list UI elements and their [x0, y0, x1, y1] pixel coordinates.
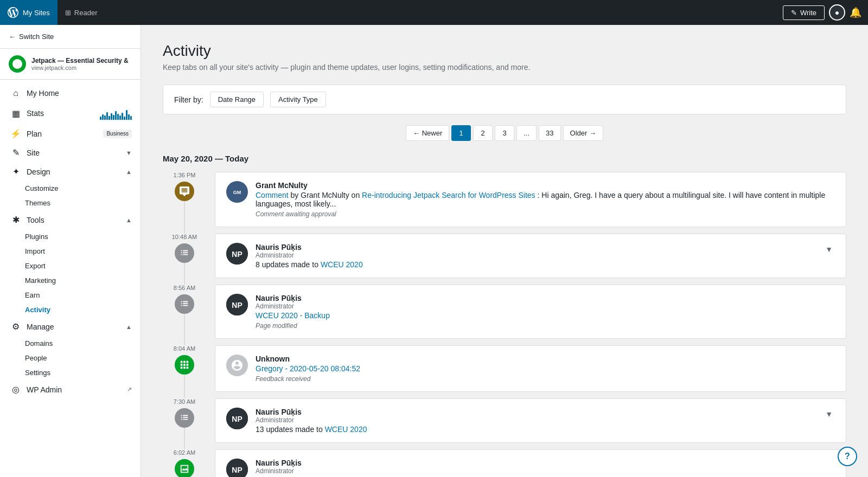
- sidebar-item-earn[interactable]: Earn: [25, 288, 141, 302]
- activity-user-name: Unknown: [256, 354, 835, 363]
- activity-icon-comment: [175, 182, 194, 201]
- image-icon: [180, 464, 189, 474]
- comment-icon: [180, 186, 189, 196]
- activity-body: Grant McNulty Comment by Grant McNulty o…: [256, 181, 835, 218]
- activity-user-name: Nauris Pūķis: [256, 408, 815, 416]
- timeline-connector: [184, 375, 185, 398]
- avatar-img: NP: [226, 294, 248, 315]
- sidebar-item-label: Stats: [27, 109, 44, 118]
- activity-time: 1:36 PM: [174, 172, 196, 178]
- help-button[interactable]: ?: [838, 447, 857, 466]
- newer-page-button[interactable]: ← Newer: [406, 125, 449, 141]
- timeline-item: 10:48 AM NP: [163, 234, 846, 285]
- user-avatar-gm: GM: [226, 181, 248, 203]
- sidebar-item-themes[interactable]: Themes: [25, 196, 141, 210]
- expand-activity-button[interactable]: ▼: [823, 243, 835, 256]
- expand-activity-button[interactable]: ▼: [823, 408, 835, 421]
- manage-submenu: Domains People Settings: [0, 336, 141, 380]
- date-group: May 20, 2020 — Today 1:36 PM: [163, 154, 846, 477]
- sidebar-item-wp-admin[interactable]: ◎ WP Admin ↗: [0, 380, 141, 399]
- activity-icon-list: [175, 243, 194, 263]
- svg-text:NP: NP: [232, 250, 242, 259]
- older-page-button[interactable]: Older →: [563, 125, 603, 141]
- sidebar-item-plugins[interactable]: Plugins: [25, 229, 141, 244]
- sidebar-item-tools[interactable]: ✱ Tools ▲: [0, 210, 141, 229]
- activity-icon-list: [175, 294, 194, 314]
- design-submenu: Customize Themes: [0, 181, 141, 210]
- activity-content-link[interactable]: WCEU 2020 - Backup: [256, 311, 330, 320]
- timeline-left: 1:36 PM: [163, 172, 206, 234]
- activity-time: 7:30 AM: [174, 398, 195, 405]
- sidebar-navigation: ⌂ My Home ▦ Stats: [0, 80, 141, 403]
- sidebar-item-settings[interactable]: Settings: [25, 365, 141, 380]
- site-nav-icon: ✎: [10, 147, 21, 158]
- timeline-content: Unknown Gregory - 2020-05-20 08:04:52 Fe…: [206, 345, 846, 398]
- reader-nav-item[interactable]: ⊞ Reader: [58, 0, 105, 25]
- activity-type-filter-button[interactable]: Activity Type: [270, 92, 326, 107]
- chevron-up-icon: ▲: [126, 169, 132, 175]
- chevron-down-icon: ▼: [126, 150, 132, 156]
- user-avatar[interactable]: ●: [829, 4, 845, 21]
- sidebar-item-import[interactable]: Import: [25, 244, 141, 259]
- activity-content-link[interactable]: Gregory - 2020-05-20 08:04:52: [256, 364, 360, 373]
- sidebar-item-export[interactable]: Export: [25, 259, 141, 273]
- write-button[interactable]: ✎ Write: [783, 5, 825, 20]
- site-info: Jetpack — Essential Security & view.jetp…: [0, 49, 141, 80]
- sidebar-item-site[interactable]: ✎ Site ▼: [0, 143, 141, 162]
- sidebar-item-my-home[interactable]: ⌂ My Home: [0, 84, 141, 102]
- pagination: ← Newer 1 2 3 ... 33 Older →: [163, 125, 846, 141]
- sidebar-item-marketing[interactable]: Marketing: [25, 273, 141, 288]
- sidebar-item-design[interactable]: ✦ Design ▲: [0, 162, 141, 181]
- activity-description: 13 updates made to WCEU 2020: [256, 425, 815, 434]
- activity-type-link[interactable]: Comment: [256, 191, 289, 199]
- activity-content-link[interactable]: WCEU 2020: [325, 425, 367, 434]
- page-1-button[interactable]: 1: [451, 125, 471, 141]
- timeline-item: 1:36 PM GM: [163, 172, 846, 234]
- timeline-left: 6:02 AM: [163, 449, 206, 477]
- filter-bar: Filter by: Date Range Activity Type: [163, 85, 846, 114]
- svg-text:NP: NP: [232, 415, 242, 423]
- notifications-bell-icon[interactable]: 🔔: [850, 7, 861, 18]
- sidebar-item-customize[interactable]: Customize: [25, 181, 141, 196]
- user-avatar-unknown: [226, 354, 248, 376]
- wordpress-icon: [8, 7, 18, 18]
- list-icon: [180, 299, 189, 309]
- plan-icon: ⚡: [10, 128, 21, 139]
- activity-body: Nauris Pūķis Administrator 13 updates ma…: [256, 408, 815, 434]
- avatar-img: NP: [226, 408, 248, 429]
- my-sites-button[interactable]: My Sites: [0, 0, 58, 25]
- activity-content-link[interactable]: Re-introducing Jetpack Search for WordPr…: [362, 191, 535, 199]
- wp-admin-icon: ◎: [10, 384, 21, 395]
- user-avatar-np: NP: [226, 459, 248, 477]
- stats-mini-chart: [100, 107, 132, 120]
- activity-card: GM Grant McNulty Comment by Grant McNult…: [215, 172, 846, 227]
- activity-card: NP Nauris Pūķis Administrator WCEU 2020 …: [215, 285, 846, 339]
- sidebar-item-label: My Home: [27, 89, 59, 98]
- switch-site-button[interactable]: ← Switch Site: [0, 25, 141, 49]
- my-sites-label: My Sites: [23, 9, 50, 17]
- date-range-filter-button[interactable]: Date Range: [210, 92, 264, 107]
- sidebar-item-label: Manage: [27, 323, 54, 331]
- sidebar-item-domains[interactable]: Domains: [25, 336, 141, 351]
- sidebar-item-manage[interactable]: ⚙ Manage ▲: [0, 317, 141, 336]
- activity-time: 6:02 AM: [174, 449, 195, 456]
- avatar-img: NP: [226, 243, 248, 265]
- sidebar-item-stats[interactable]: ▦ Stats: [0, 102, 141, 124]
- timeline-connector: [184, 428, 185, 449]
- activity-content-link[interactable]: WCEU 2020: [321, 260, 363, 269]
- activity-description: 8 updates made to WCEU 2020: [256, 260, 815, 269]
- activity-user-role: Administrator: [256, 467, 835, 475]
- sidebar-item-people[interactable]: People: [25, 351, 141, 365]
- activity-user-role: Administrator: [256, 252, 815, 259]
- timeline-item: 7:30 AM NP: [163, 398, 846, 449]
- timeline-content: GM Grant McNulty Comment by Grant McNult…: [206, 172, 846, 234]
- tools-submenu: Plugins Import Export Marketing Earn Act…: [0, 229, 141, 317]
- sidebar-item-plan[interactable]: ⚡ Plan Business: [0, 124, 141, 143]
- activity-note: Feedback received: [256, 375, 835, 383]
- sidebar-item-activity[interactable]: Activity: [25, 302, 141, 317]
- timeline-left: 10:48 AM: [163, 234, 206, 285]
- page-2-button[interactable]: 2: [473, 125, 493, 141]
- page-33-button[interactable]: 33: [539, 125, 560, 141]
- page-3-button[interactable]: 3: [495, 125, 514, 141]
- back-arrow-icon: ←: [9, 33, 16, 41]
